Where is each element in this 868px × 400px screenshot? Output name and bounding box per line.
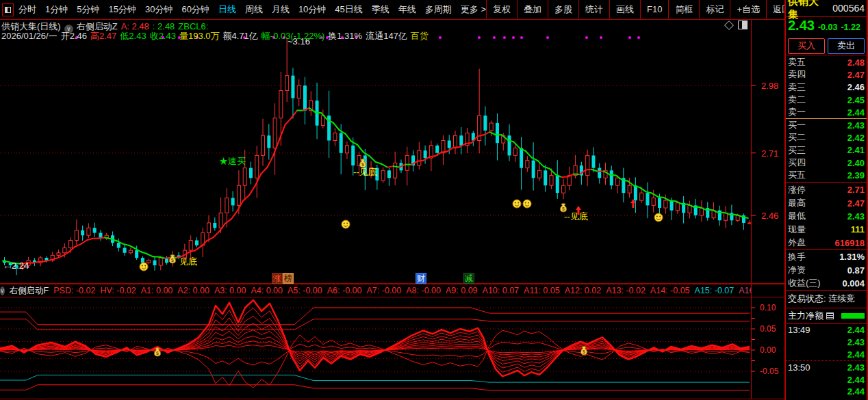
tool-menu-item-1[interactable]: 复权 [486, 0, 517, 19]
menu-item-15[interactable]: 更多 > [461, 3, 486, 16]
ask-row-label: 卖五 [788, 56, 806, 68]
candlestick-canvas[interactable]: $$$ [0, 20, 784, 283]
indicator-value: A10: 0.07 [483, 286, 520, 295]
tick-row: 13:502.43 [786, 360, 867, 373]
tick-price: 2.43 [847, 337, 865, 347]
stat-row-label: 涨停 [788, 184, 806, 196]
tick-row: 2.44 [786, 349, 867, 361]
tick-price: 2.44 [847, 375, 865, 385]
indicator-canvas[interactable]: $$ [0, 298, 784, 399]
sell-button[interactable]: 卖出 [828, 38, 865, 54]
menu-item-8[interactable]: 周线 [245, 3, 263, 16]
menu-item-2[interactable]: 1分钟 [45, 3, 68, 16]
stat-row: 涨停2.71 [786, 183, 867, 196]
stat-row-label: 现量 [788, 224, 806, 236]
tick-price: 2.44 [847, 325, 865, 335]
stat-row-label: 最低 [788, 210, 806, 222]
menu-item-10[interactable]: 10分钟 [298, 3, 326, 16]
stat-row-label: 最高 [788, 197, 806, 209]
menu-item-11[interactable]: 45日线 [335, 3, 362, 16]
tool-menu-item-10[interactable]: 返回 [766, 0, 784, 19]
smiley-icon [513, 200, 521, 208]
stat-row-label: 净资 [788, 264, 806, 276]
diamond-icon[interactable] [724, 20, 734, 29]
bid-row[interactable]: 买二2.42 [786, 131, 867, 144]
chevron-circle-icon[interactable]: ∨ [0, 286, 5, 295]
bid-row-value: 2.41 [847, 145, 865, 155]
ask-row[interactable]: 卖三2.46 [786, 81, 867, 94]
tick-row: 13:492.44 [786, 324, 867, 336]
stats-section-2: 换手1.31%净资0.87收益(三)0.004 [786, 249, 867, 290]
tick-list: 13:492.442.432.4413:502.432.442.44 [786, 323, 867, 398]
bid-row[interactable]: 买三2.41 [786, 144, 867, 157]
ask-row-value: 2.45 [847, 95, 865, 105]
bid-row-value: 2.42 [847, 133, 865, 143]
trade-buttons: 买入 卖出 [786, 37, 867, 55]
indicator-value: A7: -0.00 [367, 286, 402, 295]
tool-menu-item-3[interactable]: 多股 [548, 0, 578, 19]
indicator-panel[interactable]: $$ 0.100.050.00-0.05 [0, 298, 784, 399]
tool-menu-item-8[interactable]: 标记 [699, 0, 730, 19]
tool-menu-item-4[interactable]: 统计 [578, 0, 609, 19]
stat-row-label: 换手 [788, 251, 806, 263]
menu-item-14[interactable]: 多周期 [425, 3, 452, 16]
indicator-value: A11: 0.05 [524, 286, 560, 295]
bid-row[interactable]: 买五2.39 [786, 169, 867, 181]
chart-tag-1[interactable]: 涨榜 [272, 273, 294, 284]
list-icon[interactable] [826, 312, 834, 319]
menu-item-9[interactable]: 月线 [272, 3, 290, 16]
main-chart[interactable]: $$$ 供销大集(日线)∨右侧启动ZA: 2.48: 2.48ZBCL6: 20… [0, 20, 784, 283]
menu-item-13[interactable]: 年线 [398, 3, 416, 16]
tool-menu-item-7[interactable]: 简框 [668, 0, 699, 19]
tool-menu-item-5[interactable]: 画线 [609, 0, 640, 19]
stat-row-value: 616918 [835, 238, 865, 248]
bid-row-label: 买四 [788, 157, 806, 169]
indicator-header: ∨ 右侧启动F PSD: -0.02HV: -0.02A1: 0.00A2: 0… [0, 284, 751, 297]
svg-text:$: $ [156, 351, 159, 356]
main-flow-bar [841, 313, 865, 319]
price-row: 2.43 -0.03 -1.22 [786, 18, 867, 36]
tick-row: 2.44 [786, 373, 867, 386]
window-split-icon[interactable] [2, 3, 14, 16]
stat-row-value: 2.71 [847, 185, 865, 195]
smiley-icon [654, 213, 663, 222]
stat-row-label: 外盘 [788, 237, 806, 249]
ask-row-label: 卖三 [788, 81, 806, 94]
chart-tag-char: 财 [416, 273, 426, 284]
menu-item-6[interactable]: 60分钟 [181, 3, 209, 16]
window-icon[interactable] [738, 21, 748, 29]
ask-row[interactable]: 卖五2.48 [786, 56, 867, 68]
stat-row: 最高2.47 [786, 196, 867, 209]
ask-row-label: 卖一 [788, 106, 806, 118]
ask-row[interactable]: 卖四2.47 [786, 68, 867, 81]
chart-tag-2[interactable]: 财 [416, 273, 426, 284]
smiley-icon [342, 220, 350, 228]
indicator-value: A15: -0.07 [695, 286, 735, 295]
menu-item-1[interactable]: 分时 [18, 3, 36, 16]
price-change: -0.03 [818, 23, 838, 32]
menu-item-12[interactable]: 季线 [372, 3, 390, 16]
tick-price: 2.44 [847, 386, 865, 397]
bid-row[interactable]: 买一2.43 [786, 119, 867, 131]
bid-row-value: 2.43 [847, 120, 865, 131]
indicator-value: A4: 0.00 [251, 286, 283, 295]
tool-menu-item-6[interactable]: F10 [640, 0, 668, 19]
ask-row[interactable]: 卖二2.45 [786, 94, 867, 106]
ask-row-label: 卖四 [788, 68, 806, 81]
bid-row[interactable]: 买四2.40 [786, 157, 867, 169]
stat-row-value: 0.004 [842, 278, 865, 289]
chart-tag-3[interactable]: 减 [463, 273, 474, 284]
indicator-value: A3: 0.00 [214, 286, 246, 295]
tool-menu-item-9[interactable]: +自选 [730, 0, 766, 19]
ask-row-label: 卖二 [788, 94, 806, 106]
menu-item-3[interactable]: 5分钟 [77, 3, 99, 16]
tool-menu-item-2[interactable]: 叠加 [517, 0, 548, 19]
ask-row[interactable]: 卖一2.44 [786, 106, 867, 118]
indicator-value: A5: -0.00 [288, 286, 322, 295]
stat-row-value: 111 [851, 224, 865, 235]
buy-button[interactable]: 买入 [788, 38, 825, 54]
menu-item-5[interactable]: 30分钟 [145, 3, 173, 16]
menu-item-4[interactable]: 15分钟 [108, 3, 136, 16]
bid-row-value: 2.39 [847, 170, 865, 181]
menu-item-7[interactable]: 日线 [218, 3, 236, 16]
